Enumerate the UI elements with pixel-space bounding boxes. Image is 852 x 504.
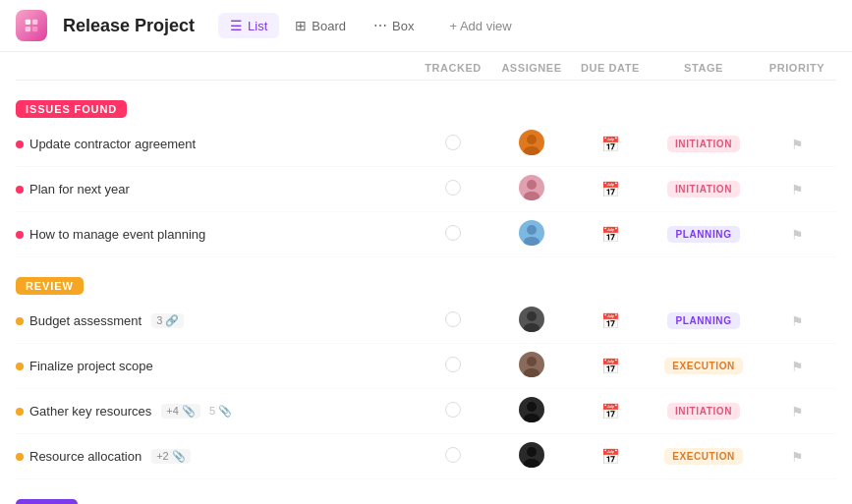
tab-list-label: List	[248, 19, 267, 33]
tracked-icon	[445, 311, 461, 327]
svg-point-14	[527, 402, 537, 412]
table-row: Resource allocation +2 📎 📅 EXECUTION ⚑	[16, 434, 836, 479]
attachment-count: 5 📎	[209, 405, 232, 418]
svg-point-10	[527, 311, 537, 321]
calendar-icon: 📅	[601, 136, 620, 152]
group-review: REVIEW Budget assessment 3 🔗 📅 PLANNING …	[16, 277, 836, 479]
stage-cell: PLANNING	[650, 226, 758, 243]
tab-list[interactable]: ☰ List	[218, 13, 279, 38]
svg-point-13	[524, 368, 540, 377]
tracked-cell	[414, 311, 492, 331]
tracked-icon	[445, 180, 461, 196]
row-task-name: Resource allocation +2 📎	[16, 449, 414, 464]
row-task-name: Update contractor agreement	[16, 137, 414, 151]
svg-rect-1	[32, 20, 37, 25]
flag-icon: ⚑	[791, 182, 804, 197]
group-issues-found: ISSUES FOUND Update contractor agreement…	[16, 100, 836, 257]
calendar-icon: 📅	[601, 181, 620, 197]
stage-badge: PLANNING	[667, 312, 739, 329]
row-task-name: How to manage event planning	[16, 227, 414, 242]
assignee-cell	[492, 130, 571, 158]
col-assignee-header: ASSIGNEE	[492, 62, 571, 74]
assignee-cell	[492, 397, 571, 425]
tab-box-label: Box	[392, 19, 414, 33]
app-header: Release Project ☰ List ⊞ Board ⋯ Box + A…	[0, 0, 852, 52]
group-label-issues: ISSUES FOUND	[16, 100, 127, 118]
dot-red	[16, 186, 24, 194]
svg-point-15	[524, 414, 540, 422]
dot-red	[16, 231, 24, 239]
group-label-ready: READY	[16, 499, 78, 504]
main-content: TRACKED ASSIGNEE DUE DATE STAGE PRIORITY…	[0, 52, 852, 504]
flag-icon: ⚑	[791, 227, 804, 243]
table-row: Gather key resources +4 📎 5 📎 📅 INITIATI…	[16, 389, 836, 434]
due-cell: 📅	[571, 312, 650, 330]
stage-badge: INITIATION	[667, 403, 740, 420]
app-logo	[16, 10, 47, 41]
tracked-icon	[445, 447, 461, 463]
due-cell: 📅	[571, 358, 650, 375]
assignee-cell	[492, 307, 571, 335]
row-task-name: Budget assessment 3 🔗	[16, 313, 414, 328]
avatar	[519, 175, 544, 200]
tracked-icon	[445, 357, 461, 372]
row-task-name: Finalize project scope	[16, 359, 414, 373]
svg-rect-2	[26, 27, 30, 31]
column-headers: TRACKED ASSIGNEE DUE DATE STAGE PRIORITY	[16, 52, 836, 81]
stage-cell: INITIATION	[650, 403, 758, 420]
table-row: Budget assessment 3 🔗 📅 PLANNING ⚑	[16, 299, 836, 344]
stage-badge: INITIATION	[667, 181, 740, 197]
tracked-cell	[414, 180, 492, 199]
svg-rect-3	[32, 27, 37, 31]
svg-rect-0	[26, 20, 30, 25]
tab-box[interactable]: ⋯ Box	[362, 13, 426, 38]
stage-cell: PLANNING	[650, 312, 758, 329]
stage-cell: EXECUTION	[650, 448, 758, 465]
flag-icon: ⚑	[791, 137, 804, 152]
avatar	[519, 307, 544, 332]
priority-cell: ⚑	[758, 359, 836, 374]
tracked-cell	[414, 225, 492, 245]
col-due-header: DUE DATE	[571, 62, 650, 74]
group-ready: READY New contractor agreement 📅 PLANNIN…	[16, 499, 836, 504]
stage-badge: PLANNING	[667, 226, 739, 243]
dot-orange	[16, 453, 24, 461]
stage-cell: INITIATION	[650, 136, 758, 152]
stage-badge: INITIATION	[667, 136, 740, 152]
priority-cell: ⚑	[758, 227, 836, 243]
due-cell: 📅	[571, 403, 650, 420]
priority-cell: ⚑	[758, 449, 836, 465]
tracked-icon	[445, 402, 461, 418]
priority-cell: ⚑	[758, 137, 836, 152]
col-tracked-header: TRACKED	[414, 62, 492, 74]
tab-board[interactable]: ⊞ Board	[283, 13, 358, 38]
add-view-button[interactable]: + Add view	[441, 14, 519, 38]
due-cell: 📅	[571, 136, 650, 153]
assignee-cell	[492, 220, 571, 249]
avatar	[519, 130, 544, 155]
due-cell: 📅	[571, 226, 650, 244]
svg-point-11	[524, 323, 540, 332]
avatar	[519, 397, 544, 422]
flag-icon: ⚑	[791, 404, 804, 420]
tracked-icon	[445, 135, 461, 150]
priority-cell: ⚑	[758, 313, 836, 329]
row-task-name: Plan for next year	[16, 182, 414, 196]
tracked-cell	[414, 357, 492, 376]
row-badge: +2 📎	[151, 449, 191, 464]
row-task-name: Gather key resources +4 📎 5 📎	[16, 404, 414, 419]
tab-board-label: Board	[312, 19, 346, 33]
dot-orange	[16, 317, 24, 325]
table-row: How to manage event planning 📅 PLANNING …	[16, 212, 836, 257]
avatar	[519, 352, 544, 377]
calendar-icon: 📅	[601, 312, 620, 329]
stage-cell: EXECUTION	[650, 358, 758, 374]
svg-point-12	[527, 357, 537, 366]
svg-point-9	[524, 237, 540, 246]
project-title: Release Project	[63, 16, 195, 36]
dot-red	[16, 140, 24, 148]
svg-point-17	[524, 459, 540, 468]
priority-cell: ⚑	[758, 404, 836, 420]
calendar-icon: 📅	[601, 448, 620, 465]
avatar	[519, 220, 544, 246]
